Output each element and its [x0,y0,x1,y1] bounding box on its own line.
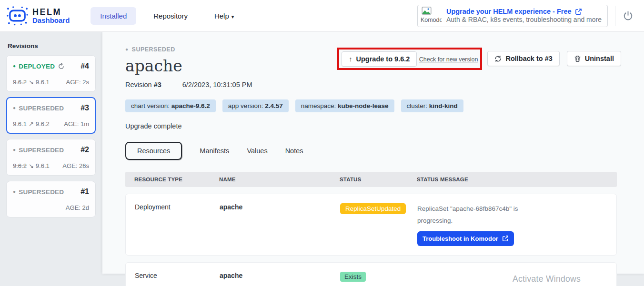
helm-dashboard-page: HELM Dashboard Installed Repository Help… [0,0,644,286]
to-version: 9.6.2 [36,120,50,128]
revision-info-line: Revision #3 6/2/2023, 10:31:05 PM [125,81,644,89]
komodor-promo-banner[interactable]: Komodor Upgrade your HELM experience - F… [417,5,608,27]
revision-card-1[interactable]: ●SUPERSEDED #1 AGE: 2d [6,181,96,217]
from-version: 9.6.1 [13,120,27,128]
cell-name: apache [220,203,340,211]
table-row: Deployment apache ReplicaSetUpdated Repl… [125,194,617,256]
release-description: Upgrade complete [125,122,644,130]
nav-tab-repository[interactable]: Repository [144,7,197,25]
chip-app-version: app version: 2.4.57 [222,99,289,112]
revision-age: AGE: 2d [66,204,89,211]
banner-title-text: Upgrade your HELM experience - Free [446,8,572,15]
revision-status: ●DEPLOYED [13,63,55,70]
navbar-divider [615,6,615,26]
revision-card-3-selected[interactable]: ●SUPERSEDED #3 9.6.1 ↗ 9.6.2 AGE: 1m [6,97,96,134]
tab-manifests[interactable]: Manifests [200,147,229,155]
release-detail-panel: ↑ Upgrade to 9.6.2 Check for new version… [102,32,644,274]
troubleshoot-button-label: Troubleshoot in Komodor [423,235,498,242]
revision-card-4[interactable]: ●DEPLOYED #4 9.6.2 ↘ 9.6.1 AGE: 2s [6,55,96,92]
reload-icon[interactable] [58,63,65,70]
upgrade-button[interactable]: ↑ Upgrade to 9.6.2 [342,51,417,67]
chip-namespace: namespace: kube-node-lease [295,99,394,112]
revision-number: #3 [80,104,89,112]
tab-notes[interactable]: Notes [285,147,303,155]
revision-status: ●SUPERSEDED [13,105,64,112]
navbar-right: Komodor Upgrade your HELM experience - F… [417,5,637,27]
table-header-row: RESOURCE TYPE NAME STATUS STATUS MESSAGE [125,172,617,187]
release-actions: ↑ Upgrade to 9.6.2 Check for new version… [342,51,621,67]
helm-dashboard-logo[interactable]: HELM Dashboard [7,5,70,26]
cell-name: apache [220,272,340,279]
chip-cluster: cluster: kind-kind [401,99,463,112]
tab-resources[interactable]: Resources [125,142,182,160]
top-navbar: HELM Dashboard Installed Repository Help… [0,0,644,32]
revisions-sidebar: Revisions ●DEPLOYED #4 9.6.2 ↘ 9.6.1 AGE… [0,32,102,286]
revision-card-2[interactable]: ●SUPERSEDED #2 9.6.2 ↘ 9.6.1 AGE: 26s [6,139,96,176]
cell-resource-type: Deployment [135,203,220,211]
external-link-icon [502,235,509,242]
rollback-button[interactable]: Rollback to #3 [487,51,559,66]
from-version: 9.6.2 [13,162,27,169]
power-icon[interactable] [623,10,634,21]
col-header-resource-type: RESOURCE TYPE [134,177,219,182]
status-dot-icon: ● [125,47,129,52]
activate-windows-watermark: Activate Windows [513,274,581,284]
chip-chart-version: chart version: apache-9.6.2 [125,99,216,112]
helm-robot-icon [7,5,28,26]
revision-label: Revision #3 [125,81,161,89]
banner-subtitle: Auth & RBAC, k8s events, troubleshooting… [446,16,602,23]
komodor-image-alt-text: Komodor [421,17,442,23]
main-nav: Installed Repository Help▾ [91,7,243,25]
check-new-version-link[interactable]: Check for new version [419,56,478,63]
revision-meta: 9.6.1 ↗ 9.6.2 AGE: 1m [13,120,89,128]
version-arrow-icon: ↗ [29,120,34,128]
revision-meta: 9.6.2 ↘ 9.6.1 AGE: 2s [13,78,89,86]
status-badge: ReplicaSetUpdated [340,203,406,214]
resources-table: RESOURCE TYPE NAME STATUS STATUS MESSAGE… [125,172,617,286]
to-version: 9.6.1 [36,162,50,169]
revision-age: AGE: 26s [62,162,89,169]
nav-tab-installed[interactable]: Installed [91,7,136,25]
trash-icon [574,55,581,62]
status-dot-icon: ● [13,189,16,194]
upgrade-button-label: Upgrade to 9.6.2 [356,55,410,63]
upgrade-button-wrap: ↑ Upgrade to 9.6.2 Check for new version [342,51,478,67]
nav-dropdown-help[interactable]: Help▾ [205,7,243,25]
revision-number: #3 [154,81,161,89]
status-dot-icon: ● [13,64,16,69]
revision-number: #4 [80,62,89,70]
release-status-text: SUPERSEDED [132,46,175,53]
revision-status: ●SUPERSEDED [13,147,64,154]
from-version: 9.6.2 [13,79,27,86]
up-arrow-icon: ↑ [349,55,352,63]
banner-title: Upgrade your HELM experience - Free [446,8,602,15]
revisions-title: Revisions [8,42,102,49]
revision-age: AGE: 1m [64,120,89,128]
logo-line-dashboard: Dashboard [32,17,70,24]
uninstall-button-label: Uninstall [585,55,614,62]
revision-status: ●SUPERSEDED [13,188,64,196]
col-header-status: STATUS [340,177,417,182]
cell-resource-type: Service [135,272,220,279]
status-dot-icon: ● [13,148,16,152]
revision-timestamp: 6/2/2023, 10:31:05 PM [182,81,252,89]
uninstall-button[interactable]: Uninstall [567,51,621,66]
to-version: 9.6.1 [36,79,50,86]
metadata-chips: chart version: apache-9.6.2 app version:… [125,99,644,112]
tab-values[interactable]: Values [247,147,267,155]
troubleshoot-komodor-button[interactable]: Troubleshoot in Komodor [417,231,514,246]
logo-line-helm: HELM [32,8,70,17]
revision-age: AGE: 2s [66,79,89,86]
col-header-status-message: STATUS MESSAGE [417,177,617,182]
logo-text: HELM Dashboard [32,8,70,24]
col-header-name: NAME [219,177,340,182]
caret-down-icon: ▾ [231,14,234,20]
revision-meta: 9.6.2 ↘ 9.6.1 AGE: 26s [13,162,89,169]
revision-number: #2 [80,146,89,154]
help-label: Help [214,12,229,20]
status-message: ReplicaSet "apache-68fb867c4b" is progre… [417,203,521,227]
revision-number: #1 [80,187,89,196]
detail-tabs: Resources Manifests Values Notes [125,142,644,160]
komodor-broken-image: Komodor [421,7,442,25]
rollback-icon [494,55,502,62]
